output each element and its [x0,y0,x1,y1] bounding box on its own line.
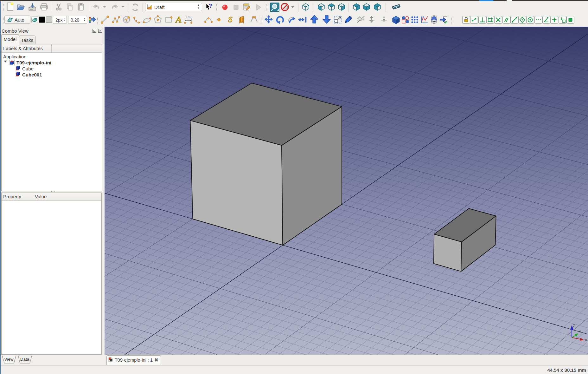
svg-text:?: ? [209,3,212,9]
svg-text:Data: Data [20,357,29,362]
svg-text:X: X [585,338,587,342]
svg-text:View: View [4,357,13,362]
svg-text:Z: Z [573,324,575,328]
svg-text:A: A [175,15,182,24]
svg-text:1.00: 1.00 [186,16,190,18]
svg-text:Y: Y [579,330,581,334]
svg-text:S: S [228,15,233,24]
